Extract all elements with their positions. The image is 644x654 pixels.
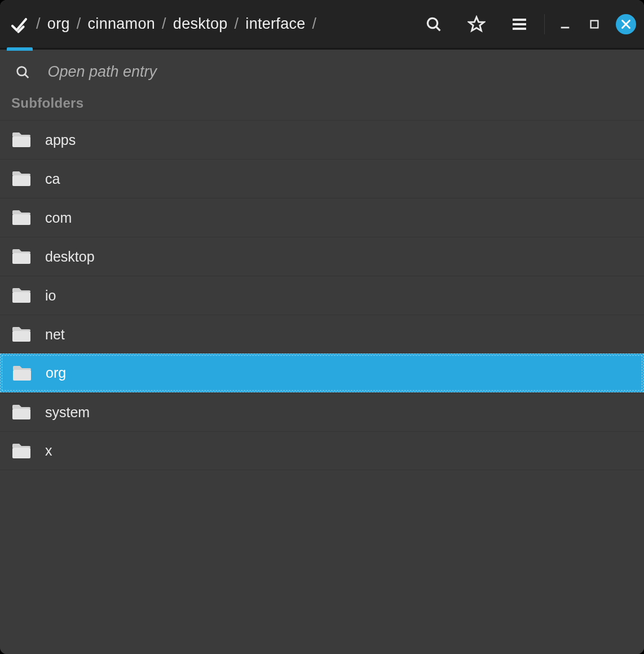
svg-rect-20 [12, 448, 30, 458]
svg-rect-6 [561, 26, 570, 28]
search-icon [15, 64, 30, 81]
list-item[interactable]: desktop [0, 237, 644, 276]
list-item[interactable]: io [0, 276, 644, 315]
list-item-label: net [45, 326, 65, 343]
list-item[interactable]: system [0, 392, 644, 431]
list-item-label: apps [45, 132, 76, 148]
path-entry-input[interactable] [47, 63, 632, 81]
breadcrumb: / org / cinnamon / desktop / interface / [33, 13, 320, 35]
menu-button[interactable] [507, 12, 532, 37]
breadcrumb-crumb-2[interactable]: desktop [172, 13, 229, 35]
folder-icon [11, 131, 32, 148]
list-item-label: com [45, 210, 72, 226]
breadcrumb-crumb-0[interactable]: org [46, 13, 71, 35]
svg-point-0 [427, 18, 437, 28]
svg-point-10 [17, 67, 26, 75]
svg-rect-17 [12, 331, 30, 342]
maximize-icon [588, 18, 601, 30]
breadcrumb-separator: / [158, 15, 170, 33]
list-item[interactable]: ca [0, 159, 644, 198]
list-item-label: org [46, 365, 66, 381]
svg-line-11 [25, 74, 28, 77]
header-actions [421, 12, 532, 37]
list-item-label: x [45, 443, 52, 459]
star-icon [467, 15, 486, 33]
folder-icon [11, 443, 32, 459]
window: / org / cinnamon / desktop / interface / [0, 0, 644, 654]
svg-rect-14 [12, 214, 30, 225]
minimize-icon [559, 18, 571, 30]
breadcrumb-separator: / [73, 15, 85, 33]
app-icon-underline [7, 47, 33, 51]
maximize-button[interactable] [586, 16, 602, 32]
list-item[interactable]: org [0, 353, 644, 392]
svg-marker-2 [469, 17, 484, 30]
dconf-logo-icon [9, 14, 29, 34]
folder-icon [11, 326, 32, 343]
list-item-label: system [45, 404, 90, 421]
bookmark-button[interactable] [464, 12, 489, 37]
list-item[interactable]: net [0, 315, 644, 353]
breadcrumb-separator: / [231, 15, 242, 33]
svg-rect-12 [12, 136, 30, 147]
folder-icon [11, 209, 32, 226]
subfolder-list: appscacomdesktopionetorgsystemx [0, 120, 644, 470]
svg-rect-7 [591, 20, 598, 28]
search-icon [425, 15, 443, 33]
close-icon [620, 18, 632, 30]
headerbar: / org / cinnamon / desktop / interface / [0, 0, 644, 50]
svg-rect-18 [13, 370, 31, 381]
list-item[interactable]: x [0, 431, 644, 470]
list-item-label: io [45, 288, 56, 304]
breadcrumb-separator: / [33, 15, 44, 33]
close-button[interactable] [616, 14, 636, 34]
search-button[interactable] [421, 12, 446, 37]
list-item[interactable]: com [0, 198, 644, 237]
svg-rect-13 [12, 175, 30, 186]
folder-icon [11, 404, 32, 421]
svg-rect-16 [12, 292, 30, 303]
svg-line-1 [436, 26, 440, 30]
folder-icon [11, 287, 32, 304]
folder-icon [12, 365, 32, 382]
search-bar [0, 50, 644, 92]
content-area: Subfolders appscacomdesktopionetorgsyste… [0, 50, 644, 654]
hamburger-icon [510, 15, 528, 33]
folder-icon [11, 170, 32, 187]
breadcrumb-separator: / [309, 15, 320, 33]
minimize-button[interactable] [557, 16, 573, 32]
list-item[interactable]: apps [0, 120, 644, 159]
breadcrumb-crumb-1[interactable]: cinnamon [87, 13, 156, 35]
folder-icon [11, 248, 32, 265]
section-header: Subfolders [0, 92, 644, 120]
list-item-label: ca [45, 171, 60, 187]
svg-rect-3 [513, 19, 526, 21]
list-item-label: desktop [45, 249, 95, 265]
svg-rect-4 [513, 23, 526, 25]
svg-rect-5 [513, 28, 526, 30]
svg-rect-15 [12, 253, 30, 264]
breadcrumb-crumb-3[interactable]: interface [244, 13, 306, 35]
svg-rect-19 [12, 409, 30, 419]
app-icon-button[interactable] [9, 0, 29, 49]
window-controls [544, 14, 636, 34]
